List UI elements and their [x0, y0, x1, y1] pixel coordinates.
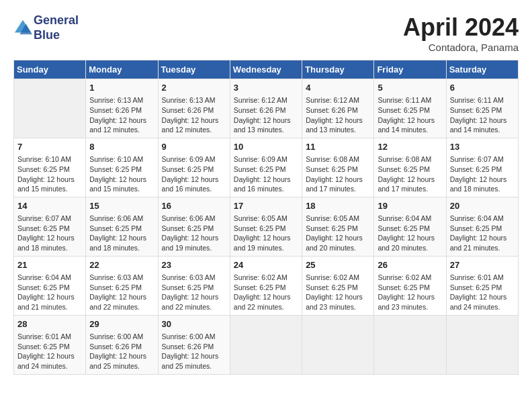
calendar-cell: 16Sunrise: 6:06 AM Sunset: 6:25 PM Dayli… [158, 197, 230, 256]
column-header-saturday: Saturday [446, 60, 518, 79]
calendar-cell: 14Sunrise: 6:07 AM Sunset: 6:25 PM Dayli… [14, 197, 86, 256]
calendar-cell: 1Sunrise: 6:13 AM Sunset: 6:26 PM Daylig… [86, 79, 158, 138]
column-header-wednesday: Wednesday [230, 60, 302, 79]
day-info: Sunrise: 6:13 AM Sunset: 6:26 PM Dayligh… [89, 95, 154, 135]
day-info: Sunrise: 6:02 AM Sunset: 6:25 PM Dayligh… [234, 273, 298, 312]
column-header-tuesday: Tuesday [158, 60, 230, 79]
day-info: Sunrise: 6:10 AM Sunset: 6:25 PM Dayligh… [89, 154, 154, 194]
day-number: 2 [162, 82, 226, 94]
day-number: 22 [89, 259, 154, 271]
day-number: 20 [450, 200, 515, 212]
page-header: General Blue April 2024 Contadora, Panam… [13, 13, 519, 53]
calendar-cell: 11Sunrise: 6:08 AM Sunset: 6:25 PM Dayli… [302, 138, 374, 197]
day-number: 10 [234, 141, 298, 153]
calendar-cell: 7Sunrise: 6:10 AM Sunset: 6:25 PM Daylig… [14, 138, 86, 197]
day-number: 12 [378, 141, 442, 153]
calendar-cell: 8Sunrise: 6:10 AM Sunset: 6:25 PM Daylig… [86, 138, 158, 197]
calendar-week-row: 1Sunrise: 6:13 AM Sunset: 6:26 PM Daylig… [14, 79, 519, 138]
calendar-cell: 4Sunrise: 6:12 AM Sunset: 6:26 PM Daylig… [302, 79, 374, 138]
month-title: April 2024 [403, 13, 519, 42]
day-number: 18 [306, 200, 370, 212]
logo: General Blue [13, 13, 79, 42]
calendar-cell: 2Sunrise: 6:13 AM Sunset: 6:26 PM Daylig… [158, 79, 230, 138]
day-number: 7 [17, 141, 82, 153]
calendar-cell: 25Sunrise: 6:02 AM Sunset: 6:25 PM Dayli… [302, 256, 374, 315]
calendar-cell: 23Sunrise: 6:03 AM Sunset: 6:25 PM Dayli… [158, 256, 230, 315]
day-number: 11 [306, 141, 370, 153]
column-header-friday: Friday [374, 60, 446, 79]
day-info: Sunrise: 6:10 AM Sunset: 6:25 PM Dayligh… [17, 154, 82, 194]
day-info: Sunrise: 6:01 AM Sunset: 6:25 PM Dayligh… [450, 273, 515, 312]
calendar-week-row: 7Sunrise: 6:10 AM Sunset: 6:25 PM Daylig… [14, 138, 519, 197]
day-info: Sunrise: 6:09 AM Sunset: 6:25 PM Dayligh… [162, 154, 226, 194]
calendar-cell: 27Sunrise: 6:01 AM Sunset: 6:25 PM Dayli… [446, 256, 518, 315]
calendar-cell: 20Sunrise: 6:04 AM Sunset: 6:25 PM Dayli… [446, 197, 518, 256]
calendar-cell: 26Sunrise: 6:02 AM Sunset: 6:25 PM Dayli… [374, 256, 446, 315]
calendar-week-row: 21Sunrise: 6:04 AM Sunset: 6:25 PM Dayli… [14, 256, 519, 315]
calendar-cell: 28Sunrise: 6:01 AM Sunset: 6:25 PM Dayli… [14, 315, 86, 374]
day-info: Sunrise: 6:06 AM Sunset: 6:25 PM Dayligh… [162, 214, 226, 253]
column-header-thursday: Thursday [302, 60, 374, 79]
day-number: 30 [162, 318, 226, 330]
calendar-table: SundayMondayTuesdayWednesdayThursdayFrid… [13, 60, 519, 375]
day-info: Sunrise: 6:03 AM Sunset: 6:25 PM Dayligh… [89, 273, 154, 312]
day-info: Sunrise: 6:12 AM Sunset: 6:26 PM Dayligh… [234, 95, 298, 135]
day-info: Sunrise: 6:04 AM Sunset: 6:25 PM Dayligh… [450, 214, 515, 253]
day-info: Sunrise: 6:08 AM Sunset: 6:25 PM Dayligh… [378, 154, 442, 194]
day-number: 29 [89, 318, 154, 330]
day-info: Sunrise: 6:05 AM Sunset: 6:25 PM Dayligh… [306, 214, 370, 253]
day-info: Sunrise: 6:05 AM Sunset: 6:25 PM Dayligh… [234, 214, 298, 253]
day-number: 6 [450, 82, 515, 94]
day-info: Sunrise: 6:00 AM Sunset: 6:26 PM Dayligh… [89, 332, 154, 371]
calendar-cell: 29Sunrise: 6:00 AM Sunset: 6:26 PM Dayli… [86, 315, 158, 374]
day-info: Sunrise: 6:00 AM Sunset: 6:26 PM Dayligh… [162, 332, 226, 371]
day-info: Sunrise: 6:01 AM Sunset: 6:25 PM Dayligh… [17, 332, 82, 371]
logo-icon [13, 19, 32, 38]
day-number: 14 [17, 200, 82, 212]
calendar-cell: 3Sunrise: 6:12 AM Sunset: 6:26 PM Daylig… [230, 79, 302, 138]
day-number: 25 [306, 259, 370, 271]
day-number: 26 [378, 259, 442, 271]
calendar-cell: 13Sunrise: 6:07 AM Sunset: 6:25 PM Dayli… [446, 138, 518, 197]
column-header-monday: Monday [86, 60, 158, 79]
day-number: 24 [234, 259, 298, 271]
calendar-cell [446, 315, 518, 374]
day-number: 4 [306, 82, 370, 94]
calendar-cell: 6Sunrise: 6:11 AM Sunset: 6:25 PM Daylig… [446, 79, 518, 138]
day-number: 28 [17, 318, 82, 330]
day-info: Sunrise: 6:02 AM Sunset: 6:25 PM Dayligh… [378, 273, 442, 312]
day-number: 16 [162, 200, 226, 212]
logo-line1: General [34, 13, 79, 28]
day-info: Sunrise: 6:11 AM Sunset: 6:25 PM Dayligh… [450, 95, 515, 135]
day-number: 3 [234, 82, 298, 94]
day-number: 19 [378, 200, 442, 212]
day-info: Sunrise: 6:07 AM Sunset: 6:25 PM Dayligh… [450, 154, 515, 194]
day-number: 13 [450, 141, 515, 153]
calendar-cell: 15Sunrise: 6:06 AM Sunset: 6:25 PM Dayli… [86, 197, 158, 256]
day-number: 27 [450, 259, 515, 271]
calendar-cell: 22Sunrise: 6:03 AM Sunset: 6:25 PM Dayli… [86, 256, 158, 315]
day-info: Sunrise: 6:04 AM Sunset: 6:25 PM Dayligh… [378, 214, 442, 253]
logo-line2: Blue [34, 28, 79, 43]
calendar-header-row: SundayMondayTuesdayWednesdayThursdayFrid… [14, 60, 519, 79]
column-header-sunday: Sunday [14, 60, 86, 79]
calendar-week-row: 14Sunrise: 6:07 AM Sunset: 6:25 PM Dayli… [14, 197, 519, 256]
day-info: Sunrise: 6:11 AM Sunset: 6:25 PM Dayligh… [378, 95, 442, 135]
day-number: 23 [162, 259, 226, 271]
calendar-cell: 5Sunrise: 6:11 AM Sunset: 6:25 PM Daylig… [374, 79, 446, 138]
day-number: 5 [378, 82, 442, 94]
day-number: 9 [162, 141, 226, 153]
calendar-cell [302, 315, 374, 374]
day-number: 21 [17, 259, 82, 271]
calendar-cell: 12Sunrise: 6:08 AM Sunset: 6:25 PM Dayli… [374, 138, 446, 197]
day-number: 8 [89, 141, 154, 153]
day-info: Sunrise: 6:02 AM Sunset: 6:25 PM Dayligh… [306, 273, 370, 312]
day-number: 17 [234, 200, 298, 212]
calendar-week-row: 28Sunrise: 6:01 AM Sunset: 6:25 PM Dayli… [14, 315, 519, 374]
calendar-cell: 24Sunrise: 6:02 AM Sunset: 6:25 PM Dayli… [230, 256, 302, 315]
calendar-cell: 21Sunrise: 6:04 AM Sunset: 6:25 PM Dayli… [14, 256, 86, 315]
calendar-cell [374, 315, 446, 374]
day-info: Sunrise: 6:07 AM Sunset: 6:25 PM Dayligh… [17, 214, 82, 253]
calendar-cell: 30Sunrise: 6:00 AM Sunset: 6:26 PM Dayli… [158, 315, 230, 374]
day-info: Sunrise: 6:03 AM Sunset: 6:25 PM Dayligh… [162, 273, 226, 312]
